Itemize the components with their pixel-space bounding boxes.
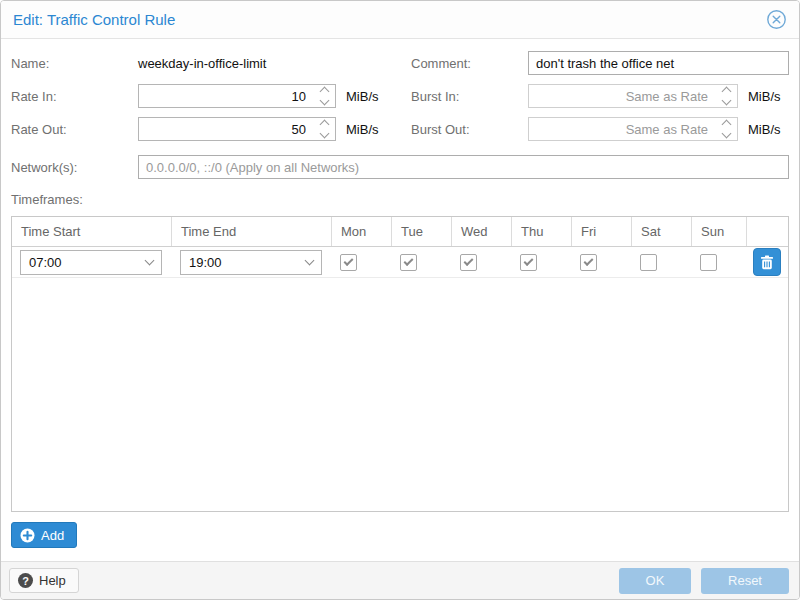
time-end-value: 19:00 (189, 255, 306, 270)
day-checkbox-mon[interactable] (340, 254, 357, 271)
timeframes-label: Timeframes: (11, 192, 789, 207)
burst-out-label: Burst Out: (411, 122, 528, 137)
close-icon[interactable] (765, 9, 787, 31)
networks-label: Network(s): (11, 160, 138, 175)
column-header-sat: Sat (632, 217, 692, 246)
column-header-mon: Mon (332, 217, 392, 246)
day-checkbox-sun[interactable] (700, 254, 717, 271)
chevron-down-icon (305, 256, 315, 266)
rate-in-input[interactable] (139, 85, 313, 107)
row-rate-burst-out: Rate Out: MiB/s Burst Out: MiB/s (11, 117, 789, 141)
question-circle-icon: ? (18, 573, 33, 588)
burst-in-input[interactable] (529, 85, 715, 107)
time-start-value: 07:00 (29, 255, 146, 270)
column-header-actions (747, 217, 788, 246)
burst-out-spinner[interactable] (715, 118, 737, 140)
dialog-body: Name: weekday-in-office-limit Comment: R… (1, 39, 799, 561)
timeframe-row: 07:00 19:00 (12, 247, 788, 278)
timeframes-grid-header: Time Start Time End Mon Tue Wed Thu Fri … (12, 217, 788, 247)
column-header-fri: Fri (572, 217, 632, 246)
day-checkbox-fri[interactable] (580, 254, 597, 271)
timeframes-grid: Time Start Time End Mon Tue Wed Thu Fri … (11, 216, 789, 512)
help-button-label: Help (39, 573, 66, 588)
dialog-titlebar: Edit: Traffic Control Rule (1, 1, 799, 39)
rate-out-spinner[interactable] (313, 118, 335, 140)
burst-out-field (528, 117, 738, 141)
networks-input[interactable] (138, 155, 789, 179)
column-header-thu: Thu (512, 217, 572, 246)
delete-row-button[interactable] (753, 248, 781, 276)
name-value: weekday-in-office-limit (138, 56, 266, 71)
timeframes-grid-empty-area (12, 278, 788, 511)
burst-in-unit: MiB/s (748, 89, 781, 104)
add-button[interactable]: Add (11, 522, 77, 548)
dialog-footer: ? Help OK Reset (1, 561, 799, 599)
rate-in-field (138, 84, 336, 108)
rate-in-label: Rate In: (11, 89, 138, 104)
comment-input[interactable] (528, 51, 789, 75)
column-header-tue: Tue (392, 217, 452, 246)
day-checkbox-thu[interactable] (520, 254, 537, 271)
rate-in-unit: MiB/s (346, 89, 379, 104)
rate-out-field (138, 117, 336, 141)
burst-out-input[interactable] (529, 118, 715, 140)
row-networks: Network(s): (11, 155, 789, 179)
reset-button[interactable]: Reset (701, 568, 789, 594)
ok-button[interactable]: OK (619, 568, 691, 594)
rate-out-input[interactable] (139, 118, 313, 140)
row-name-comment: Name: weekday-in-office-limit Comment: (11, 51, 789, 75)
traffic-control-rule-dialog: Edit: Traffic Control Rule Name: weekday… (0, 0, 800, 600)
day-checkbox-tue[interactable] (400, 254, 417, 271)
trash-icon (760, 255, 774, 270)
burst-in-spinner[interactable] (715, 85, 737, 107)
column-header-sun: Sun (692, 217, 747, 246)
name-label: Name: (11, 56, 138, 71)
chevron-down-icon (145, 256, 155, 266)
comment-label: Comment: (411, 56, 528, 71)
rate-in-spinner[interactable] (313, 85, 335, 107)
day-checkbox-sat[interactable] (640, 254, 657, 271)
burst-in-label: Burst In: (411, 89, 528, 104)
burst-in-field (528, 84, 738, 108)
burst-out-unit: MiB/s (748, 122, 781, 137)
plus-circle-icon (20, 528, 35, 543)
day-checkbox-wed[interactable] (460, 254, 477, 271)
time-start-select[interactable]: 07:00 (20, 250, 162, 275)
add-button-label: Add (41, 528, 64, 543)
dialog-title: Edit: Traffic Control Rule (13, 11, 175, 28)
time-end-select[interactable]: 19:00 (180, 250, 322, 275)
column-header-time-start: Time Start (12, 217, 172, 246)
column-header-wed: Wed (452, 217, 512, 246)
rate-out-label: Rate Out: (11, 122, 138, 137)
help-button[interactable]: ? Help (9, 568, 79, 593)
row-rate-burst-in: Rate In: MiB/s Burst In: MiB/s (11, 84, 789, 108)
column-header-time-end: Time End (172, 217, 332, 246)
rate-out-unit: MiB/s (346, 122, 379, 137)
